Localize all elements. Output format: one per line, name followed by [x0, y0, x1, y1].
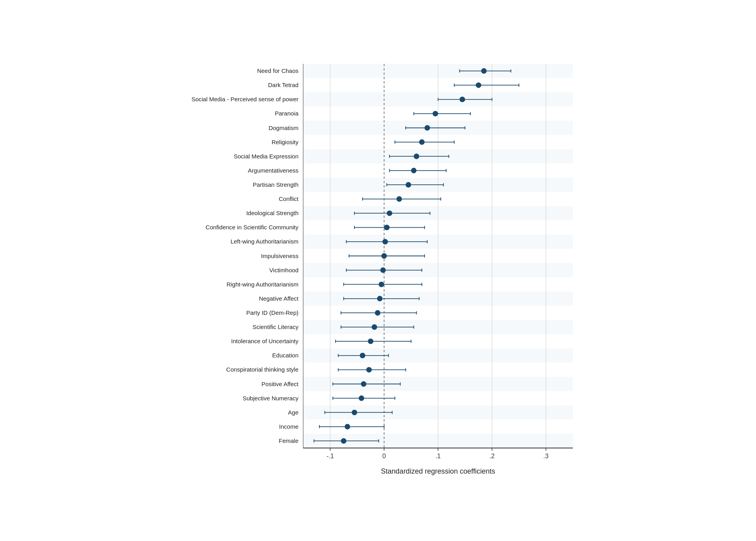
- svg-point-113: [382, 253, 387, 258]
- svg-text:.1: .1: [435, 453, 441, 459]
- svg-text:0: 0: [382, 453, 386, 459]
- svg-text:Confidence in Scientific Commu: Confidence in Scientific Community: [206, 224, 298, 231]
- svg-text:Social Media - Perceived sense: Social Media - Perceived sense of power: [191, 96, 298, 102]
- svg-text:.3: .3: [543, 453, 548, 459]
- svg-point-63: [433, 111, 438, 116]
- svg-text:Ideological Strength: Ideological Strength: [246, 210, 298, 216]
- svg-point-158: [361, 381, 366, 387]
- svg-point-78: [414, 153, 419, 159]
- svg-point-148: [360, 353, 365, 358]
- chart-container: -.10.1.2.3Standardized regression coeffi…: [161, 54, 595, 487]
- svg-point-68: [424, 125, 430, 130]
- svg-point-163: [359, 395, 364, 401]
- svg-point-168: [352, 409, 357, 415]
- svg-text:Partisan Strength: Partisan Strength: [253, 181, 298, 188]
- svg-point-53: [476, 82, 481, 88]
- svg-text:Negative Affect: Negative Affect: [259, 295, 298, 301]
- svg-text:Income: Income: [279, 423, 298, 429]
- svg-point-58: [460, 97, 465, 102]
- svg-point-93: [397, 196, 402, 202]
- svg-text:Need for Chaos: Need for Chaos: [257, 67, 298, 74]
- svg-text:Paranoia: Paranoia: [275, 110, 299, 117]
- svg-text:Intolerance of Uncertainty: Intolerance of Uncertainty: [231, 338, 298, 344]
- svg-point-178: [341, 438, 346, 443]
- svg-text:Religiosity: Religiosity: [272, 138, 299, 145]
- svg-text:Scientific Literacy: Scientific Literacy: [252, 323, 298, 330]
- svg-text:Social Media Expression: Social Media Expression: [234, 152, 298, 159]
- svg-text:Left-wing Authoritarianism: Left-wing Authoritarianism: [230, 238, 298, 245]
- svg-text:Conspiratorial thinking style: Conspiratorial thinking style: [226, 366, 298, 373]
- svg-point-83: [411, 167, 417, 173]
- svg-text:-.1: -.1: [326, 453, 334, 459]
- svg-text:Impulsiveness: Impulsiveness: [261, 252, 298, 259]
- svg-text:Standardized regression coeffi: Standardized regression coefficients: [381, 467, 495, 475]
- svg-point-138: [372, 324, 377, 330]
- svg-text:Dogmatism: Dogmatism: [269, 124, 298, 131]
- svg-point-88: [406, 182, 411, 187]
- svg-point-98: [387, 210, 392, 216]
- svg-text:Subjective Numeracy: Subjective Numeracy: [243, 394, 298, 401]
- svg-point-123: [379, 281, 384, 287]
- svg-text:Dark Tetrad: Dark Tetrad: [268, 82, 298, 88]
- svg-text:Argumentativeness: Argumentativeness: [248, 167, 298, 173]
- svg-text:Victimhood: Victimhood: [269, 266, 298, 273]
- svg-point-133: [375, 310, 380, 315]
- svg-point-153: [366, 367, 372, 372]
- svg-text:Party ID (Dem-Rep): Party ID (Dem-Rep): [246, 309, 298, 316]
- svg-point-118: [380, 267, 386, 273]
- svg-point-128: [377, 296, 383, 301]
- svg-text:Positive Affect: Positive Affect: [261, 380, 299, 387]
- svg-point-48: [481, 68, 487, 74]
- svg-text:.2: .2: [489, 453, 495, 459]
- svg-point-108: [382, 239, 388, 244]
- svg-text:Right-wing Authoritarianism: Right-wing Authoritarianism: [226, 281, 298, 287]
- svg-text:Education: Education: [272, 352, 298, 359]
- svg-point-73: [419, 139, 424, 145]
- svg-text:Female: Female: [279, 437, 298, 444]
- svg-point-103: [384, 225, 389, 230]
- svg-point-143: [368, 338, 373, 344]
- svg-text:Age: Age: [288, 409, 298, 415]
- svg-text:Conflict: Conflict: [279, 195, 299, 202]
- svg-point-173: [345, 424, 350, 429]
